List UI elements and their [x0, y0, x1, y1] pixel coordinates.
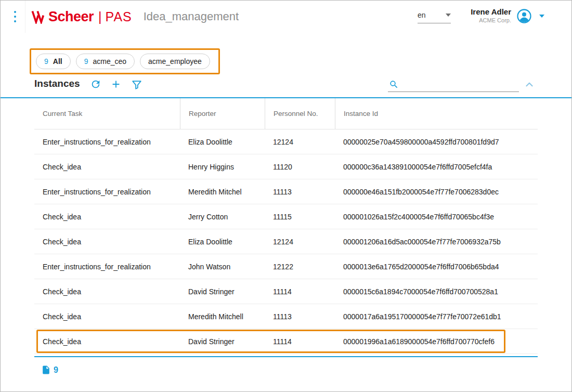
- add-icon[interactable]: [110, 79, 122, 90]
- chip-label: acme_ceo: [93, 57, 126, 66]
- language-select[interactable]: en: [418, 11, 451, 23]
- user-avatar-icon[interactable]: [516, 8, 532, 24]
- table-row[interactable]: Enter_instructions_for_realizationEliza …: [34, 129, 538, 154]
- table-cell: Enter_instructions_for_realization: [34, 263, 180, 271]
- instances-title: Instances: [34, 78, 80, 89]
- table-row[interactable]: Check_ideaJerry Cotton11115000001026a15f…: [34, 204, 538, 229]
- table-row[interactable]: Check_ideaMeredith Mitchell111130000017a…: [34, 304, 538, 329]
- filter-chip-acme-employee[interactable]: acme_employee: [140, 54, 210, 69]
- header-divider: [25, 1, 25, 33]
- user-name: Irene Adler: [471, 7, 511, 17]
- column-header-instance-id: Instance Id: [335, 98, 538, 129]
- annotation-filter-chips: 9All9acme_ceoacme_employee: [30, 48, 220, 74]
- table-cell: Eliza Doolittle: [180, 138, 265, 146]
- brand-name: Scheer: [48, 9, 94, 25]
- document-icon: [41, 365, 51, 375]
- chip-count: 9: [44, 57, 48, 66]
- table-cell: 000000e46a151fb2000054e7f77fe7006283d0ec: [335, 188, 538, 196]
- column-header-personnel-no: Personnel No.: [265, 98, 335, 129]
- table-cell: Check_idea: [34, 163, 180, 171]
- table-cell: Meredith Mitchell: [180, 312, 265, 321]
- chip-count: 9: [84, 57, 88, 66]
- table-cell: 000001996a1a6189000054e7f6ffd700770cfef6: [335, 337, 538, 346]
- table-cell: Check_idea: [34, 337, 180, 346]
- table-cell: Enter_instructions_for_realization: [34, 138, 180, 146]
- table-cell: 12124: [265, 238, 335, 246]
- table-cell: 11114: [265, 337, 335, 346]
- table-cell: John Watson: [180, 263, 265, 271]
- language-value: en: [418, 11, 426, 19]
- filter-chips-group: 9All9acme_ceoacme_employee: [36, 54, 210, 69]
- chip-label: All: [53, 57, 62, 66]
- table-row[interactable]: Check_ideaHenry Higgins11120000000c36a14…: [34, 154, 538, 179]
- table-cell: Check_idea: [34, 312, 180, 321]
- table-cell: 0000015c6a1894c7000054e7f6ffd700700528a1: [335, 288, 538, 296]
- table-cell: 0000013e6a1765d2000054e7f6ffd7006b65bda4: [335, 263, 538, 271]
- app-window: Scheer | PAS Idea_management en Irene Ad…: [0, 0, 572, 392]
- table-cell: 0000017a6a195170000054e7f77fe70072e61db1: [335, 312, 538, 321]
- table-body: Enter_instructions_for_realizationEliza …: [34, 129, 538, 354]
- table-cell: Meredith Mitchel: [180, 188, 265, 196]
- filter-chip-all[interactable]: 9All: [36, 54, 71, 69]
- filter-chip-acme-ceo[interactable]: 9acme_ceo: [76, 54, 135, 69]
- table-cell: Check_idea: [34, 213, 180, 221]
- search-icon: [389, 80, 399, 89]
- table-row[interactable]: Check_ideaDavid Stringer111140000015c6a1…: [34, 279, 538, 304]
- table-cell: 12124: [265, 138, 335, 146]
- refresh-icon[interactable]: [90, 79, 101, 90]
- result-count: 9: [41, 365, 58, 375]
- table-bottom-divider: [34, 356, 538, 357]
- column-header-reporter: Reporter: [180, 98, 265, 129]
- result-count-label: 9: [54, 365, 58, 375]
- table-cell: 12122: [265, 263, 335, 271]
- table-row[interactable]: Check_ideaEliza Doolittle12124000001206a…: [34, 229, 538, 254]
- table-cell: Eliza Doolittle: [180, 238, 265, 246]
- search-input[interactable]: [402, 79, 519, 92]
- user-organization: ACME Corp.: [471, 17, 511, 24]
- chevron-down-icon: [446, 14, 451, 17]
- table-cell: 11114: [265, 288, 335, 296]
- table-cell: Jerry Cotton: [180, 213, 265, 221]
- brand-product: PAS: [106, 9, 132, 24]
- instances-table: Current TaskReporterPersonnel No.Instanc…: [34, 98, 538, 357]
- chip-label: acme_employee: [148, 57, 202, 66]
- table-row[interactable]: Check_ideaDavid Stringer11114000001996a1…: [34, 329, 538, 354]
- brand-divider: |: [98, 9, 102, 24]
- table-cell: 000001026a15f2c4000054e7f6ffd70065bc4f3e: [335, 213, 538, 221]
- table-cell: Check_idea: [34, 288, 180, 296]
- table-header-row: Current TaskReporterPersonnel No.Instanc…: [34, 98, 538, 129]
- menu-icon[interactable]: [10, 11, 20, 24]
- table-cell: 11113: [265, 312, 335, 321]
- table-cell: 00000025e70a459800000a4592ffd700801fd9d7: [335, 138, 538, 146]
- user-info: Irene Adler ACME Corp.: [471, 7, 511, 24]
- table-cell: 000000c36a143891000054e7f6ffd7005efcf4fa: [335, 163, 538, 171]
- table-cell: 11115: [265, 213, 335, 221]
- page-title: Idea_management: [144, 10, 239, 23]
- table-cell: 000001206a16d5ac000054e7f77fe7006932a75b: [335, 238, 538, 246]
- table-cell: Check_idea: [34, 238, 180, 246]
- user-menu-chevron-icon[interactable]: [539, 15, 544, 18]
- table-cell: 11113: [265, 188, 335, 196]
- table-cell: Henry Higgins: [180, 163, 265, 171]
- table-cell: Enter_instructions_for_realization: [34, 188, 180, 196]
- collapse-chevron-up-icon[interactable]: [524, 79, 535, 90]
- table-cell: David Stringer: [180, 337, 265, 346]
- scheer-logo-icon: [31, 9, 46, 24]
- table-cell: 11120: [265, 163, 335, 171]
- table-cell: David Stringer: [180, 288, 265, 296]
- filter-icon[interactable]: [131, 79, 142, 90]
- brand-logo: Scheer | PAS Idea_management: [31, 7, 239, 27]
- column-header-current-task: Current Task: [34, 98, 180, 129]
- search-box: [388, 76, 519, 92]
- table-row[interactable]: Enter_instructions_for_realizationMeredi…: [34, 179, 538, 204]
- table-row[interactable]: Enter_instructions_for_realizationJohn W…: [34, 254, 538, 279]
